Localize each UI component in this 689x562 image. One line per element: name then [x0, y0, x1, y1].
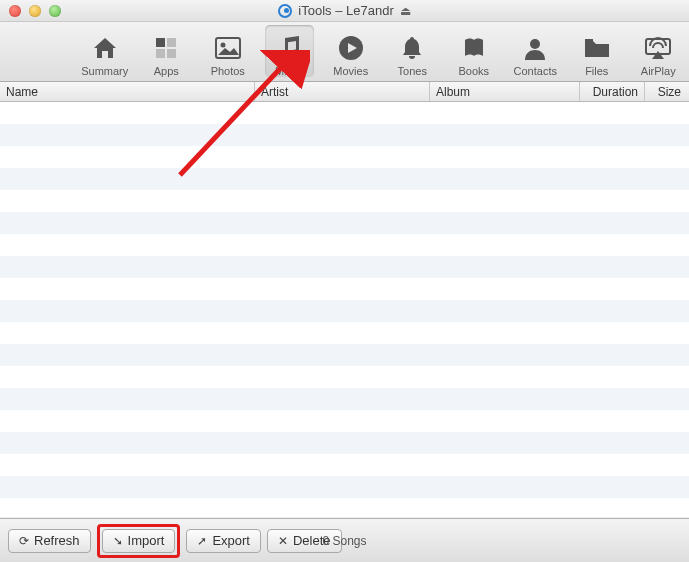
table-row	[0, 366, 689, 388]
status-text: 0 Songs	[322, 534, 366, 548]
annotation-highlight: ➘ Import	[97, 524, 181, 558]
tab-label: Photos	[211, 65, 245, 77]
table-row	[0, 124, 689, 146]
tab-movies[interactable]: Movies	[326, 25, 376, 77]
column-header-album[interactable]: Album	[430, 82, 580, 101]
table-row	[0, 410, 689, 432]
svg-point-7	[530, 39, 540, 49]
export-button[interactable]: ➚ Export	[186, 529, 261, 553]
traffic-lights	[0, 5, 61, 17]
svg-rect-2	[156, 49, 165, 58]
home-icon	[92, 33, 118, 63]
import-button[interactable]: ➘ Import	[102, 529, 176, 553]
tab-tones[interactable]: Tones	[388, 25, 438, 77]
column-header-name[interactable]: Name	[0, 82, 255, 101]
table-row	[0, 344, 689, 366]
table-row	[0, 256, 689, 278]
contacts-icon	[523, 33, 547, 63]
table-row	[0, 146, 689, 168]
svg-rect-8	[585, 39, 593, 42]
tab-label: Movies	[333, 65, 368, 77]
svg-rect-3	[167, 49, 176, 58]
table-row	[0, 498, 689, 517]
export-arrow-icon: ➚	[197, 534, 207, 548]
delete-x-icon: ✕	[278, 534, 288, 548]
apps-grid-icon	[154, 33, 178, 63]
refresh-icon: ⟳	[19, 534, 29, 548]
table-row	[0, 300, 689, 322]
button-label: Export	[212, 533, 250, 548]
tab-label: Contacts	[514, 65, 557, 77]
close-window-button[interactable]	[9, 5, 21, 17]
refresh-button[interactable]: ⟳ Refresh	[8, 529, 91, 553]
window-titlebar: iTools – Le7andr ⏏	[0, 0, 689, 22]
table-row	[0, 190, 689, 212]
tab-books[interactable]: Books	[449, 25, 499, 77]
tab-files[interactable]: Files	[572, 25, 622, 77]
table-row	[0, 388, 689, 410]
table-header: Name Artist Album Duration Size	[0, 82, 689, 102]
table-row	[0, 322, 689, 344]
column-header-duration[interactable]: Duration	[580, 82, 645, 101]
button-label: Import	[128, 533, 165, 548]
app-logo-icon	[278, 4, 292, 18]
tab-label: AirPlay	[641, 65, 676, 77]
svg-rect-1	[167, 38, 176, 47]
book-icon	[462, 33, 486, 63]
tab-label: Books	[458, 65, 489, 77]
tab-photos[interactable]: Photos	[203, 25, 253, 77]
tab-label: Apps	[154, 65, 179, 77]
column-header-size[interactable]: Size	[645, 82, 689, 101]
tab-music[interactable]: Music	[265, 25, 315, 77]
zoom-window-button[interactable]	[49, 5, 61, 17]
column-header-artist[interactable]: Artist	[255, 82, 430, 101]
table-row	[0, 168, 689, 190]
tab-contacts[interactable]: Contacts	[511, 25, 561, 77]
main-toolbar: Summary Apps Photos Music Movies Tones	[0, 22, 689, 82]
tab-label: Files	[585, 65, 608, 77]
airplay-icon	[644, 33, 672, 63]
table-row	[0, 278, 689, 300]
bottom-toolbar: ⟳ Refresh ➘ Import ➚ Export ✕ Delete 0 S…	[0, 518, 689, 562]
window-title: iTools – Le7andr ⏏	[0, 3, 689, 18]
table-row	[0, 432, 689, 454]
folder-icon	[583, 33, 611, 63]
tab-summary[interactable]: Summary	[80, 25, 130, 77]
song-list[interactable]	[0, 102, 689, 517]
tab-label: Music	[275, 65, 304, 77]
window-title-text: iTools – Le7andr	[298, 3, 393, 18]
eject-icon[interactable]: ⏏	[400, 4, 411, 18]
tab-airplay[interactable]: AirPlay	[634, 25, 684, 77]
music-note-icon	[277, 33, 301, 63]
tab-label: Summary	[81, 65, 128, 77]
table-row	[0, 102, 689, 124]
svg-rect-0	[156, 38, 165, 47]
table-row	[0, 454, 689, 476]
tab-apps[interactable]: Apps	[142, 25, 192, 77]
import-arrow-icon: ➘	[113, 534, 123, 548]
photos-icon	[215, 33, 241, 63]
table-row	[0, 476, 689, 498]
svg-point-5	[220, 43, 225, 48]
button-label: Refresh	[34, 533, 80, 548]
tab-label: Tones	[398, 65, 427, 77]
table-row	[0, 234, 689, 256]
table-row	[0, 212, 689, 234]
play-circle-icon	[338, 33, 364, 63]
bell-icon	[401, 33, 423, 63]
minimize-window-button[interactable]	[29, 5, 41, 17]
